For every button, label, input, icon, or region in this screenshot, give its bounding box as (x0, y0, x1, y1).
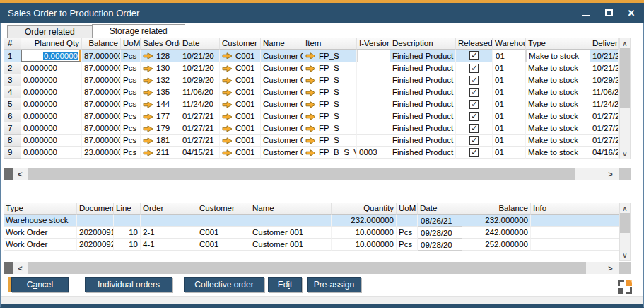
cell-type[interactable]: Make to stock (526, 110, 590, 122)
cell-warehouse[interactable]: 01 (493, 122, 526, 135)
table-row[interactable]: 80.00000087.000000Pcs18101/27/21C001Cust… (4, 135, 619, 147)
col-header-customer[interactable]: Customer (197, 203, 250, 215)
cell-num[interactable]: 1 (4, 50, 21, 62)
cell-released[interactable]: ✓ (456, 135, 493, 147)
cell-uom[interactable]: Pcs (121, 62, 141, 74)
link-arrow-icon[interactable] (305, 137, 316, 144)
cell-warehouse[interactable]: 01 (493, 147, 526, 159)
scroll-right-icon[interactable]: > (603, 262, 618, 274)
cell-customer[interactable]: C001 (220, 62, 261, 74)
released-checkbox[interactable]: ✓ (469, 124, 479, 133)
cell-type[interactable]: Make to stock (526, 62, 590, 74)
col-header-uom[interactable]: UoM (397, 203, 418, 215)
cell-customer[interactable]: C001 (220, 147, 261, 159)
cell-type[interactable]: Make to stock (526, 135, 590, 147)
cell-released[interactable]: ✓ (456, 147, 493, 159)
released-checkbox[interactable]: ✓ (469, 76, 479, 85)
link-arrow-icon[interactable] (222, 89, 233, 96)
cell-name[interactable]: Customer 00 (261, 62, 303, 74)
cell-name[interactable]: Customer 001 (250, 239, 332, 251)
cell-item[interactable]: FP_S (303, 62, 357, 74)
cell-type[interactable]: Make to stock (526, 74, 590, 86)
cell-balance[interactable]: 87.000000 (82, 110, 121, 122)
col-header-document[interactable]: Document (77, 203, 114, 215)
table-row[interactable]: 30.00000087.000000Pcs13210/29/20C001Cust… (4, 74, 619, 86)
cell-item[interactable]: FP_S (303, 74, 357, 86)
cell-customer[interactable]: C001 (220, 122, 261, 135)
scroll-up-icon[interactable]: ∧ (620, 203, 630, 213)
cell-sales_order[interactable]: 128 (141, 50, 180, 62)
released-checkbox[interactable]: ✓ (469, 112, 479, 121)
cell-type[interactable]: Work Order (4, 239, 77, 251)
cell-sales_order[interactable]: 211 (141, 147, 180, 159)
cell-sales_order[interactable]: 144 (141, 98, 180, 110)
link-arrow-icon[interactable] (143, 137, 153, 144)
cell-date[interactable]: 10/29/20 (180, 74, 220, 86)
col-header-name[interactable]: Name (250, 203, 332, 215)
cell-i_version[interactable] (357, 135, 390, 147)
cell-planned_qty[interactable]: 0.000000 (21, 62, 82, 74)
cell-date[interactable]: 09/28/20 (418, 239, 462, 251)
col-header-num[interactable]: # (4, 38, 21, 50)
cell-planned_qty[interactable]: 0.000000 (21, 98, 82, 110)
col-header-date[interactable]: Date (180, 38, 220, 50)
cell-name[interactable]: Customer 00 (261, 135, 303, 147)
cell-name[interactable]: Customer 00 (261, 86, 303, 98)
cell-order[interactable]: 2-1 (141, 227, 197, 239)
cell-i_version[interactable] (357, 86, 390, 98)
cell-order[interactable]: 4-1 (141, 239, 197, 251)
table-row[interactable]: 40.00000087.000000Pcs13511/06/20C001Cust… (4, 86, 619, 98)
cell-balance[interactable]: 87.000000 (82, 122, 121, 135)
cell-description[interactable]: Finished Product / (390, 74, 456, 86)
col-header-order[interactable]: Order (141, 203, 197, 215)
scrollbar-thumb[interactable] (620, 48, 630, 108)
cell-customer[interactable]: C001 (220, 86, 261, 98)
table-row[interactable]: 50.00000087.000000Pcs14411/24/20C001Cust… (4, 98, 619, 110)
cell-item[interactable]: FP_S (303, 122, 357, 135)
col-header-released[interactable]: Released (456, 38, 493, 50)
cell-balance[interactable]: 23.000000 (82, 147, 121, 159)
cell-num[interactable]: 5 (4, 98, 21, 110)
link-arrow-icon[interactable] (143, 125, 153, 132)
col-header-balance[interactable]: Balance (82, 38, 121, 50)
individual-orders-button[interactable]: Individual orders (85, 277, 172, 292)
cell-customer[interactable] (197, 215, 250, 227)
scrollbar-thumb[interactable] (28, 168, 575, 180)
link-arrow-icon[interactable] (305, 65, 316, 72)
cell-num[interactable]: 4 (4, 86, 21, 98)
col-header-description[interactable]: Description (390, 38, 456, 50)
scrollbar-track[interactable] (575, 168, 603, 180)
cell-uom[interactable]: Pcs (121, 110, 141, 122)
assignment-vertical-scrollbar[interactable]: ∧ ∨ (619, 203, 631, 261)
scrollbar-thumb[interactable] (28, 262, 586, 274)
planned-qty-input[interactable]: 0.000000 (21, 50, 81, 62)
cell-balance[interactable]: 87.000000 (82, 50, 121, 62)
col-header-customer[interactable]: Customer (220, 38, 261, 50)
cell-num[interactable]: 3 (4, 74, 21, 86)
col-header-type[interactable]: Type (526, 38, 590, 50)
cell-warehouse[interactable]: 01 (493, 98, 526, 110)
link-arrow-icon[interactable] (305, 113, 316, 120)
cell-delivery_date[interactable]: 01/27/21 (590, 110, 619, 122)
cell-description[interactable]: Finished Product / (390, 98, 456, 110)
link-arrow-icon[interactable] (143, 149, 153, 156)
cell-i_version[interactable]: 0003 (357, 147, 390, 159)
minimize-button[interactable] (579, 6, 593, 20)
cell-balance[interactable]: 242.000000 (462, 227, 531, 239)
cell-delivery_date[interactable]: 01/27/21 (590, 135, 619, 147)
cell-type[interactable]: Make to stock (526, 147, 590, 159)
link-arrow-icon[interactable] (305, 89, 316, 96)
cell-quantity[interactable]: 10.000000 (332, 227, 397, 239)
cell-description[interactable]: Finished Product / (390, 110, 456, 122)
link-arrow-icon[interactable] (222, 137, 233, 144)
cell-date[interactable]: 10/21/20 (180, 62, 220, 74)
scrollbar-thumb[interactable] (620, 213, 630, 233)
scroll-right-icon[interactable]: > (603, 168, 618, 180)
cell-released[interactable]: ✓ (456, 110, 493, 122)
cell-num[interactable]: 7 (4, 122, 21, 135)
cell-info[interactable] (531, 227, 620, 239)
col-header-type[interactable]: Type (4, 203, 77, 215)
cell-i_version[interactable] (357, 122, 390, 135)
cell-released[interactable]: ✓ (456, 98, 493, 110)
orders-vertical-scrollbar[interactable]: ∧ ∨ (619, 38, 631, 159)
